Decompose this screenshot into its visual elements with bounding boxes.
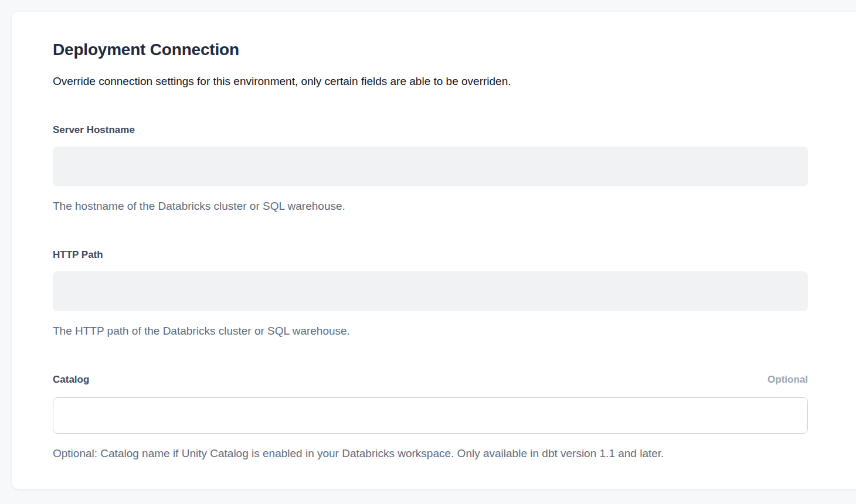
catalog-input[interactable]	[53, 397, 808, 434]
server-hostname-help: The hostname of the Databricks cluster o…	[53, 199, 808, 214]
field-label-row: Server Hostname	[53, 124, 808, 137]
server-hostname-label: Server Hostname	[53, 124, 135, 137]
field-server-hostname: Server Hostname The hostname of the Data…	[53, 124, 808, 214]
catalog-label: Catalog	[53, 373, 89, 386]
field-http-path: HTTP Path The HTTP path of the Databrick…	[53, 248, 808, 339]
optional-badge: Optional	[767, 373, 808, 386]
field-label-row: HTTP Path	[53, 248, 808, 261]
http-path-input	[53, 271, 808, 311]
http-path-label: HTTP Path	[53, 248, 103, 261]
field-catalog: Catalog Optional Optional: Catalog name …	[53, 373, 808, 461]
page-title: Deployment Connection	[53, 40, 808, 60]
server-hostname-input	[53, 147, 808, 186]
catalog-help: Optional: Catalog name if Unity Catalog …	[53, 446, 808, 461]
deployment-connection-card: Deployment Connection Override connectio…	[12, 12, 856, 489]
card-content: Deployment Connection Override connectio…	[53, 12, 808, 461]
http-path-help: The HTTP path of the Databricks cluster …	[53, 323, 808, 339]
page-subtitle: Override connection settings for this en…	[53, 74, 808, 89]
field-label-row: Catalog Optional	[53, 373, 808, 386]
